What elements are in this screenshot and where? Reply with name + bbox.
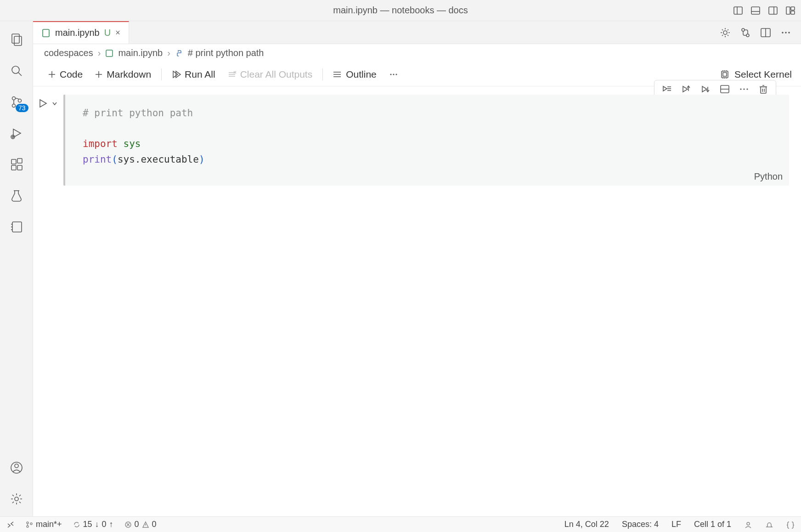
problems-indicator[interactable]: 0 0 [124, 520, 157, 529]
notebook-settings-icon[interactable] [719, 27, 731, 39]
svg-rect-33 [43, 29, 49, 37]
cell-language-label[interactable]: Python [754, 171, 783, 182]
tab-main-ipynb[interactable]: main.ipynb U × [33, 21, 129, 44]
cursor-position[interactable]: Ln 4, Col 22 [564, 520, 609, 529]
toolbar-divider [322, 68, 323, 80]
execute-below-icon[interactable] [699, 83, 711, 95]
svg-point-85 [743, 88, 745, 90]
run-all-label: Run All [185, 69, 215, 80]
svg-point-11 [12, 66, 19, 74]
tab-bar: main.ipynb U × [33, 21, 801, 44]
toggle-left-panel-icon[interactable] [733, 6, 743, 16]
add-code-cell-button[interactable]: Code [42, 66, 88, 83]
sync-indicator[interactable]: 15↓ 0↑ [73, 520, 113, 529]
code-ident: sys [118, 154, 135, 165]
notebook-file-icon [41, 28, 51, 38]
svg-rect-10 [14, 36, 22, 45]
more-actions-icon[interactable] [780, 27, 792, 39]
kernel-icon [720, 69, 730, 79]
svg-point-37 [746, 34, 749, 37]
svg-point-84 [740, 88, 741, 90]
python-icon [175, 49, 183, 57]
breadcrumb-seg-file[interactable]: main.ipynb [118, 48, 163, 58]
sync-up-count: 0 [102, 520, 107, 529]
delete-cell-icon[interactable] [757, 83, 769, 95]
indentation-indicator[interactable]: Spaces: 4 [622, 520, 659, 529]
arrow-down-icon: ↓ [95, 520, 99, 529]
clear-outputs-button[interactable]: Clear All Outputs [222, 66, 318, 83]
warning-count: 0 [152, 520, 157, 529]
run-all-button[interactable]: Run All [166, 66, 221, 83]
svg-rect-43 [106, 50, 113, 57]
toolbar-more-button[interactable] [383, 67, 404, 82]
svg-point-63 [393, 74, 394, 75]
svg-rect-20 [11, 159, 16, 164]
svg-rect-65 [722, 71, 728, 78]
outline-button[interactable]: Outline [327, 66, 382, 83]
svg-rect-25 [12, 222, 22, 232]
outline-label: Outline [346, 69, 377, 80]
customize-layout-icon[interactable] [785, 6, 795, 16]
notebook-body: # print python path import sys print(sys… [33, 86, 801, 516]
breadcrumb-seg-cell[interactable]: # print python path [188, 48, 264, 58]
toggle-bottom-panel-icon[interactable] [750, 6, 761, 16]
run-by-line-icon[interactable] [661, 83, 673, 95]
eol-indicator[interactable]: LF [671, 520, 681, 529]
cell-position-indicator[interactable]: Cell 1 of 1 [694, 520, 731, 529]
cell-collapse-chevron-icon[interactable] [51, 100, 59, 108]
svg-point-14 [12, 104, 15, 108]
branch-name: main*+ [36, 520, 62, 529]
tab-modified-marker: U [104, 28, 111, 38]
notifications-icon[interactable] [765, 521, 773, 529]
breadcrumb[interactable]: codespaces › main.ipynb › # print python… [33, 44, 801, 62]
svg-point-92 [27, 522, 28, 524]
breadcrumb-seg-folder[interactable]: codespaces [44, 48, 93, 58]
svg-point-42 [788, 32, 790, 34]
chevron-right-icon: › [167, 48, 170, 58]
bracket-icon[interactable] [786, 521, 795, 529]
code-content[interactable]: # print python path import sys print(sys… [83, 106, 780, 167]
code-paren: ( [112, 154, 118, 165]
svg-point-59 [333, 72, 334, 73]
extensions-icon[interactable] [9, 157, 24, 172]
svg-rect-4 [769, 7, 777, 14]
tab-label: main.ipynb [55, 28, 100, 38]
svg-rect-8 [791, 11, 795, 14]
split-cell-icon[interactable] [719, 83, 731, 95]
svg-point-94 [30, 523, 32, 525]
svg-point-60 [333, 74, 334, 75]
arrow-up-icon: ↑ [109, 520, 113, 529]
split-editor-icon[interactable] [760, 27, 772, 39]
git-branch-indicator[interactable]: main*+ [26, 520, 62, 529]
titlebar-layout-controls [733, 6, 795, 16]
svg-marker-74 [663, 86, 667, 91]
testing-icon[interactable] [9, 188, 24, 203]
svg-point-35 [723, 31, 727, 34]
svg-point-61 [333, 76, 334, 77]
diff-icon[interactable] [739, 27, 751, 39]
toggle-right-panel-icon[interactable] [768, 6, 778, 16]
remote-indicator[interactable] [6, 521, 15, 529]
svg-rect-87 [761, 87, 766, 93]
accounts-icon[interactable] [9, 460, 24, 475]
settings-gear-icon[interactable] [9, 492, 24, 506]
svg-rect-21 [11, 165, 16, 170]
cell-more-icon[interactable] [738, 83, 750, 95]
cell-gutter [38, 95, 63, 109]
code-cell[interactable]: # print python path import sys print(sys… [63, 95, 789, 186]
source-control-icon[interactable]: 73 [9, 95, 24, 109]
search-icon[interactable] [9, 63, 24, 78]
select-kernel-button[interactable]: Select Kernel [720, 69, 792, 80]
activity-bar: 73 [0, 21, 33, 516]
tab-close-button[interactable]: × [115, 28, 120, 38]
feedback-icon[interactable] [744, 521, 752, 529]
add-markdown-cell-button[interactable]: Markdown [89, 66, 157, 83]
svg-rect-7 [791, 7, 795, 10]
toolbar-divider [161, 68, 162, 80]
clear-outputs-label: Clear All Outputs [240, 69, 313, 80]
explorer-icon[interactable] [9, 32, 24, 47]
notebook-panel-icon[interactable] [9, 220, 24, 234]
execute-above-icon[interactable] [680, 83, 692, 95]
run-debug-icon[interactable] [9, 126, 24, 141]
run-cell-button[interactable] [38, 98, 49, 109]
